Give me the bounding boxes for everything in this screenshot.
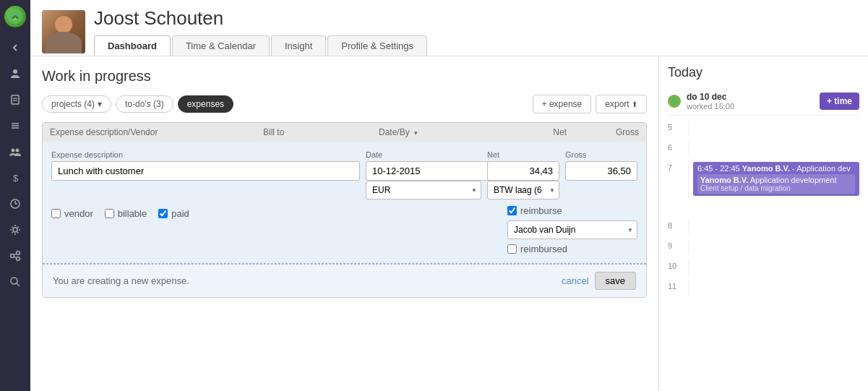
form-bottom-bar: You are creating a new expense. cancel s…	[43, 264, 646, 297]
people-icon[interactable]	[4, 62, 27, 85]
desc-label: Expense description	[51, 150, 360, 159]
svg-point-8	[12, 149, 15, 152]
svg-point-1	[13, 69, 17, 74]
date-input-wrapper: 📅	[366, 161, 481, 181]
add-expense-button[interactable]: + expense	[533, 95, 592, 113]
dollar-icon[interactable]: $	[4, 166, 27, 189]
tab-time-calendar[interactable]: Time & Calendar	[172, 35, 270, 56]
svg-rect-2	[12, 95, 19, 104]
time-slot-7: 7 6:45 - 22:45 Yanomo B.V. - Application…	[668, 159, 859, 217]
clock-icon[interactable]	[4, 192, 27, 215]
form-actions: cancel save	[562, 272, 636, 290]
reimburse-checkbox[interactable]	[507, 206, 517, 215]
cancel-button[interactable]: cancel	[562, 275, 589, 286]
time-slots: 5 6 7 6:45 - 22:45	[668, 119, 859, 298]
event-block[interactable]: 6:45 - 22:45 Yanomo B.V. - Application d…	[693, 162, 859, 196]
gear-icon[interactable]	[4, 218, 27, 241]
form-row-1: Expense description Date 📅 Net	[51, 150, 637, 181]
event-time: 6:45 - 22:45 Yanomo B.V. - Application d…	[697, 164, 855, 173]
list-icon[interactable]	[4, 114, 27, 137]
desc-input[interactable]	[51, 161, 360, 181]
billable-label: billable	[118, 208, 147, 219]
gross-input[interactable]	[565, 161, 637, 181]
slot-content-7: 6:45 - 22:45 Yanomo B.V. - Application d…	[688, 162, 859, 197]
slot-hour-10: 10	[668, 260, 688, 270]
expense-table: Expense description/Vendor Bill to Date/…	[42, 122, 647, 298]
date-info: do 10 dec worked 16:00	[687, 92, 814, 111]
tax-select-wrapper: BTW laag (6	[487, 181, 559, 199]
document-icon[interactable]	[4, 88, 27, 111]
integration-icon[interactable]	[4, 244, 27, 267]
form-row-3: vendor billable paid	[51, 205, 637, 254]
add-time-button[interactable]: + time	[820, 93, 859, 110]
svg-point-20	[11, 278, 17, 284]
search-icon[interactable]	[4, 270, 27, 293]
date-label: Date	[366, 150, 481, 159]
right-panel: Today do 10 dec worked 16:00 + time 5	[658, 56, 868, 391]
filter-expenses[interactable]: expenses	[178, 95, 233, 113]
currency-select-wrapper: EUR	[366, 181, 481, 199]
net-label: Net	[487, 150, 559, 159]
creating-text: You are creating a new expense.	[53, 275, 189, 286]
tab-profile-settings[interactable]: Profile & Settings	[327, 35, 427, 56]
reimbursed-checkbox-label[interactable]: reimbursed	[507, 244, 637, 254]
tax-select[interactable]: BTW laag (6	[487, 181, 559, 199]
reimburse-person-select[interactable]: Jacob van Duijn	[507, 220, 637, 239]
slot-hour-11: 11	[668, 280, 688, 291]
date-sub: worked 16:00	[687, 102, 814, 111]
col-header-billto: Bill to	[263, 127, 379, 137]
billable-checkbox[interactable]	[105, 209, 114, 218]
time-slot-8: 8	[668, 217, 859, 237]
tax-col: BTW laag (6	[487, 181, 559, 199]
time-slot-9: 9	[668, 237, 859, 257]
paid-checkbox[interactable]	[158, 209, 168, 218]
reimburse-label: reimburse	[520, 205, 562, 216]
currency-select[interactable]: EUR	[366, 181, 481, 199]
gross-col: Gross	[565, 150, 637, 181]
svg-point-9	[16, 149, 20, 152]
logo-icon[interactable]	[4, 6, 26, 27]
vendor-checkbox[interactable]	[51, 209, 61, 218]
content-area: Work in progress projects (4) ▾ to-do's …	[30, 56, 868, 391]
section-title: Work in progress	[42, 68, 647, 85]
form-row-2: EUR BTW laag (6	[51, 181, 637, 199]
header: Joost Schouten Dashboard Time & Calendar…	[30, 0, 868, 56]
svg-line-18	[14, 254, 17, 255]
main-panel: Joost Schouten Dashboard Time & Calendar…	[30, 0, 868, 391]
svg-line-21	[17, 283, 20, 286]
slot-content-10	[688, 260, 859, 275]
slot-content-8	[688, 220, 859, 234]
checkboxes-left: vendor billable paid	[51, 205, 189, 219]
today-title: Today	[668, 65, 859, 80]
net-col: Net	[487, 150, 559, 181]
vendor-checkbox-label[interactable]: vendor	[51, 208, 93, 219]
paid-checkbox-label[interactable]: paid	[158, 208, 189, 219]
tab-insight[interactable]: Insight	[271, 35, 326, 56]
svg-point-16	[17, 252, 20, 255]
tab-dashboard[interactable]: Dashboard	[94, 35, 171, 56]
sort-icon: ▾	[414, 129, 418, 137]
slot-content-11	[688, 280, 859, 295]
user-group-icon[interactable]	[4, 140, 27, 163]
net-input[interactable]	[487, 161, 559, 181]
save-button[interactable]: save	[595, 272, 636, 290]
back-icon[interactable]	[4, 36, 27, 59]
export-button[interactable]: export ⬆	[596, 95, 647, 113]
date-input[interactable]	[366, 161, 500, 181]
reimbursed-label: reimbursed	[520, 244, 567, 254]
slot-hour-5: 5	[668, 121, 688, 132]
col-header-date: Date/By ▾	[379, 127, 494, 137]
filter-todos[interactable]: to-do's (3)	[116, 95, 173, 113]
calendar-dot	[668, 95, 681, 108]
time-slot-10: 10	[668, 257, 859, 278]
filter-projects[interactable]: projects (4) ▾	[42, 95, 111, 113]
reimburse-checkbox-label[interactable]: reimburse	[507, 205, 637, 216]
reimburse-section: reimburse Jacob van Duijn reimbursed	[507, 205, 637, 254]
svg-point-14	[13, 228, 17, 232]
paid-label: paid	[171, 208, 189, 219]
billable-checkbox-label[interactable]: billable	[105, 208, 147, 219]
chevron-down-icon: ▾	[98, 99, 102, 109]
reimbursed-checkbox[interactable]	[507, 244, 517, 254]
svg-point-17	[17, 257, 20, 261]
event-sub: Client setup / data migration	[700, 184, 852, 192]
